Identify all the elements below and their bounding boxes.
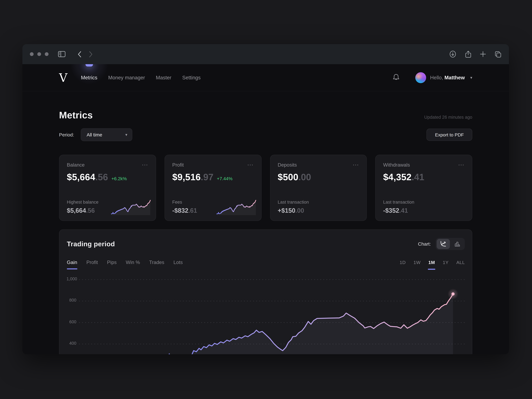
greeting-name: Matthew bbox=[444, 75, 465, 80]
tab-pips[interactable]: Pips bbox=[107, 260, 117, 269]
card-title: Profit bbox=[172, 162, 184, 168]
greeting-prefix: Hello, bbox=[430, 75, 443, 80]
nav-item-money-manager[interactable]: Money manager bbox=[108, 64, 145, 91]
tabs-icon bbox=[495, 51, 501, 57]
active-tab-indicator bbox=[85, 64, 93, 66]
change-badge: +6.2k% bbox=[111, 176, 127, 181]
tab-gain[interactable]: Gain bbox=[67, 260, 77, 269]
tab-lots[interactable]: Lots bbox=[173, 260, 183, 269]
line-chart-toggle-button[interactable] bbox=[437, 239, 450, 249]
tab-profit[interactable]: Profit bbox=[86, 260, 98, 269]
page-title: Metrics bbox=[59, 110, 93, 121]
nav-item-master[interactable]: Master bbox=[156, 64, 171, 91]
tab-trades[interactable]: Trades bbox=[149, 260, 164, 269]
card-sub-label: Last transaction bbox=[383, 200, 414, 205]
period-label: Period: bbox=[59, 132, 74, 137]
bar-chart-icon bbox=[454, 241, 460, 247]
card-value: $9,516.97+7.44% bbox=[172, 172, 253, 183]
sub-value-dollars: +$150 bbox=[278, 207, 295, 214]
gain-chart: 1,000 800 600 400 bbox=[66, 276, 465, 354]
tab-win-percent[interactable]: Win % bbox=[126, 260, 140, 269]
card-sub-label: Fees bbox=[172, 200, 197, 205]
user-avatar[interactable] bbox=[415, 72, 426, 83]
nav-item-metrics[interactable]: Metrics bbox=[81, 64, 97, 91]
change-badge: +7.44% bbox=[217, 176, 232, 181]
sub-value-cents: .56 bbox=[86, 207, 95, 214]
gain-chart-svg bbox=[79, 276, 466, 354]
value-dollars: $500 bbox=[278, 172, 298, 183]
metric-tabs: Gain Profit Pips Win % Trades Lots bbox=[67, 260, 183, 269]
sidebar-toggle-button[interactable] bbox=[58, 51, 65, 57]
gain-area bbox=[157, 294, 453, 354]
range-all[interactable]: ALL bbox=[456, 260, 465, 270]
card-title: Withdrawals bbox=[383, 162, 410, 168]
range-1y[interactable]: 1Y bbox=[443, 260, 449, 270]
card-sub-value: $5,664.56 bbox=[67, 207, 98, 214]
nav-menu: Metrics Money manager Master Settings bbox=[81, 64, 201, 91]
brand-logo[interactable]: V bbox=[59, 72, 67, 83]
value-cents: .41 bbox=[412, 172, 424, 183]
profit-card: Profit ⋯ $9,516.97+7.44% Fees -$832.61 bbox=[165, 155, 261, 221]
card-value: $5,664.56+6.2k% bbox=[67, 172, 148, 183]
period-select-value: All time bbox=[87, 132, 102, 137]
sub-value-dollars: -$352 bbox=[383, 207, 399, 214]
traffic-light-maximize-button[interactable] bbox=[45, 52, 49, 56]
metric-tabs-row: Gain Profit Pips Win % Trades Lots 1D 1W… bbox=[67, 260, 465, 270]
browser-window: V Metrics Money manager Master Settings bbox=[22, 44, 509, 354]
card-menu-button[interactable]: ⋯ bbox=[247, 162, 253, 168]
updated-status: Updated 26 minutes ago bbox=[424, 115, 472, 121]
nav-item-label: Master bbox=[156, 75, 171, 80]
card-value: $500.00 bbox=[278, 172, 359, 183]
card-menu-button[interactable]: ⋯ bbox=[458, 162, 464, 168]
card-menu-button[interactable]: ⋯ bbox=[142, 162, 148, 168]
tab-overview-button[interactable] bbox=[495, 51, 501, 57]
active-tab-glow bbox=[64, 64, 115, 101]
y-axis-label: 800 bbox=[66, 298, 76, 303]
share-icon bbox=[465, 51, 471, 58]
range-1m[interactable]: 1M bbox=[428, 260, 435, 270]
chevron-right-icon bbox=[89, 51, 93, 57]
share-button[interactable] bbox=[465, 51, 471, 58]
metric-cards-row: Balance ⋯ $5,664.56+6.2k% Highest balanc… bbox=[59, 155, 472, 221]
chart-type-label: Chart: bbox=[418, 241, 431, 247]
y-axis-label: 600 bbox=[66, 319, 76, 324]
card-menu-button[interactable]: ⋯ bbox=[353, 162, 359, 168]
card-sub-label: Last transaction bbox=[278, 200, 309, 205]
card-sub-value: -$352.41 bbox=[383, 207, 414, 214]
sub-value-dollars: $5,664 bbox=[67, 207, 86, 214]
deposits-card: Deposits ⋯ $500.00 Last transaction +$15… bbox=[270, 155, 367, 221]
bar-chart-toggle-button[interactable] bbox=[450, 239, 464, 249]
range-1d[interactable]: 1D bbox=[400, 260, 406, 270]
nav-item-settings[interactable]: Settings bbox=[182, 64, 201, 91]
notifications-button[interactable] bbox=[393, 74, 399, 81]
chevron-left-icon bbox=[78, 51, 82, 57]
new-tab-button[interactable] bbox=[480, 51, 486, 57]
forward-button[interactable] bbox=[89, 51, 93, 57]
nav-item-label: Settings bbox=[182, 75, 201, 80]
card-title: Deposits bbox=[278, 162, 297, 168]
download-icon bbox=[449, 51, 456, 58]
chevron-down-icon[interactable]: ▾ bbox=[470, 76, 472, 80]
ellipsis-icon: ⋯ bbox=[458, 161, 464, 168]
traffic-light-close-button[interactable] bbox=[30, 52, 34, 56]
ellipsis-icon: ⋯ bbox=[247, 161, 253, 168]
y-axis-label: 400 bbox=[66, 341, 76, 346]
export-pdf-button[interactable]: Export to PDF bbox=[427, 129, 472, 141]
sub-value-dollars: -$832 bbox=[172, 207, 188, 214]
back-button[interactable] bbox=[78, 51, 82, 57]
sub-value-cents: .00 bbox=[295, 207, 304, 214]
bell-icon bbox=[393, 74, 399, 81]
chevron-down-icon: ▾ bbox=[125, 133, 127, 137]
download-button[interactable] bbox=[449, 51, 456, 58]
user-greeting[interactable]: Hello,Matthew bbox=[430, 75, 465, 80]
value-dollars: $9,516 bbox=[172, 172, 201, 183]
period-select[interactable]: All time ▾ bbox=[81, 128, 133, 141]
traffic-light-minimize-button[interactable] bbox=[37, 52, 41, 56]
trading-period-card: Trading period Chart: bbox=[59, 229, 472, 354]
range-1w[interactable]: 1W bbox=[413, 260, 421, 270]
screenshot-stage: V Metrics Money manager Master Settings bbox=[0, 0, 532, 399]
sub-value-cents: .61 bbox=[188, 207, 197, 214]
value-cents: .56 bbox=[95, 172, 108, 183]
value-dollars: $5,664 bbox=[67, 172, 95, 183]
line-chart-icon bbox=[440, 241, 446, 247]
